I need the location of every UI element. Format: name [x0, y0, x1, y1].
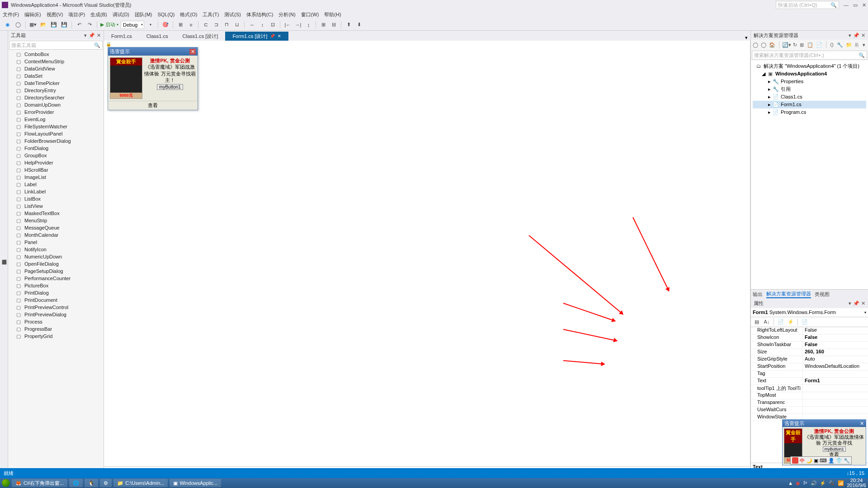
- toolbox-item[interactable]: ▢Panel: [8, 239, 104, 246]
- menu-item[interactable]: 文件(F): [3, 11, 19, 18]
- menu-item[interactable]: 编辑(E): [24, 11, 41, 18]
- toolbox-item[interactable]: ▢DateTimePicker: [8, 80, 104, 87]
- form-designer[interactable]: 迅雷提示✕ 賞金殺手5000元 激情PK, 赏金公测 《迅雷魔域》军团战激情体验…: [108, 47, 198, 110]
- alpha-icon[interactable]: A↓: [763, 318, 771, 326]
- menu-item[interactable]: 团队(M): [135, 11, 152, 18]
- taskbar-button[interactable]: ⚙: [100, 479, 112, 487]
- toolbox-item[interactable]: ▢Label: [8, 181, 104, 188]
- toolbox-item[interactable]: ▢ComboBox: [8, 51, 104, 58]
- toolbox-item[interactable]: ▢MaskedTextBox: [8, 210, 104, 217]
- tree-node[interactable]: ▸📄Form1.cs: [753, 101, 866, 108]
- toolbox-item[interactable]: ▢ProgressBar: [8, 325, 104, 333]
- form-close-icon[interactable]: ✕: [189, 49, 196, 55]
- pin-icon[interactable]: 📌: [853, 33, 859, 38]
- maximize-icon[interactable]: ▭: [853, 2, 858, 8]
- start-button[interactable]: [2, 479, 10, 487]
- toolbox-item[interactable]: ▢MenuStrip: [8, 217, 104, 224]
- categorized-icon[interactable]: ▤: [753, 318, 761, 326]
- view-link[interactable]: 查看: [148, 103, 158, 108]
- close-icon[interactable]: ✕: [97, 33, 101, 38]
- menu-item[interactable]: 调试(D): [113, 11, 129, 18]
- toolbox-item[interactable]: ▢PictureBox: [8, 282, 104, 289]
- document-tab[interactable]: Form1.cs: [104, 32, 139, 41]
- taskbar-button[interactable]: 🌐: [69, 479, 83, 487]
- config-combo[interactable]: Debug: [121, 21, 144, 29]
- document-tab[interactable]: Class1.cs: [139, 32, 175, 41]
- taskbar-button[interactable]: ▣WindowsApplic...: [170, 479, 221, 487]
- sln-search[interactable]: 搜索解决方案资源管理器(Ctrl+;)🔍: [752, 51, 867, 60]
- taskbar-button[interactable]: 🦊C#右下角弹出窗...: [12, 479, 67, 487]
- popup-close-icon[interactable]: ✕: [860, 421, 864, 427]
- save-icon[interactable]: 💾: [50, 21, 58, 29]
- toolbox-item[interactable]: ▢MessageQueue: [8, 224, 104, 231]
- toolbox-item[interactable]: ▢MonthCalendar: [8, 231, 104, 239]
- menu-item[interactable]: 体系结构(C): [246, 11, 273, 18]
- property-row[interactable]: TextForm1: [751, 378, 868, 385]
- toolbox-item[interactable]: ▢FolderBrowserDialog: [8, 137, 104, 145]
- tree-node[interactable]: ▸🔧Properties: [753, 78, 866, 85]
- events-icon[interactable]: ⚡: [787, 318, 795, 326]
- menu-item[interactable]: 视图(V): [47, 11, 63, 18]
- toolbox-search[interactable]: 搜索工具箱🔍: [9, 41, 103, 50]
- start-button[interactable]: ▶启动▾: [100, 21, 118, 28]
- popup-button[interactable]: myButton1: [823, 446, 846, 452]
- toolbox-item[interactable]: ▢PrintDocument: [8, 296, 104, 304]
- quick-launch-input[interactable]: 快速启动 (Ctrl+Q)🔍: [776, 1, 839, 9]
- menu-item[interactable]: SQL(Q): [158, 12, 175, 17]
- toolbox-item[interactable]: ▢ListBox: [8, 195, 104, 202]
- redo-icon[interactable]: ↷: [85, 21, 94, 29]
- toolbox-item[interactable]: ▢Process: [8, 318, 104, 325]
- close-icon[interactable]: ✕: [861, 300, 865, 306]
- property-row[interactable]: StartPositionWindowsDefaultLocation: [751, 363, 868, 371]
- menu-item[interactable]: 分析(N): [278, 11, 295, 18]
- design-surface[interactable]: 🔒 迅雷提示✕ 賞金殺手5000元 激情PK, 赏金公测 《迅雷魔域》军团战激情…: [104, 41, 750, 466]
- pin-icon[interactable]: 📌: [89, 33, 95, 38]
- document-tab[interactable]: Form1.cs [设计]📌✕: [225, 32, 288, 41]
- grid-icon[interactable]: ⊞: [176, 21, 184, 29]
- tree-node[interactable]: ▸📄Program.cs: [753, 108, 866, 116]
- property-row[interactable]: SizeGripStyleAuto: [751, 356, 868, 363]
- property-row[interactable]: Tag: [751, 371, 868, 378]
- menu-item[interactable]: 工具(T): [203, 11, 219, 18]
- nav-back-icon[interactable]: ◉: [4, 21, 12, 29]
- toolbox-item[interactable]: ▢PerformanceCounter: [8, 275, 104, 282]
- toolbox-item[interactable]: ▢HelpProvider: [8, 159, 104, 166]
- fwd-icon[interactable]: ◯: [761, 41, 766, 48]
- toolbox-item[interactable]: ▢FontDialog: [8, 145, 104, 152]
- toolbox-item[interactable]: ▢HScrollBar: [8, 166, 104, 174]
- minimize-icon[interactable]: —: [844, 2, 849, 8]
- property-row[interactable]: RightToLeftLayoutFalse: [751, 327, 868, 334]
- toolbox-item[interactable]: ▢ContextMenuStrip: [8, 58, 104, 65]
- toolbox-item[interactable]: ▢FileSystemWatcher: [8, 123, 104, 130]
- toolbox-item[interactable]: ▢PrintPreviewControl: [8, 304, 104, 311]
- tray-expand-icon[interactable]: ▲: [788, 480, 793, 486]
- pin-icon[interactable]: 📌: [853, 300, 859, 306]
- property-row[interactable]: TopMost: [751, 392, 868, 399]
- home-icon[interactable]: 🏠: [769, 41, 775, 48]
- mybutton1[interactable]: myButton1: [157, 84, 183, 90]
- toolbox-item[interactable]: ▢EventLog: [8, 116, 104, 123]
- panel-tab[interactable]: 输出: [753, 291, 763, 298]
- tree-node[interactable]: ▸🔧引用: [753, 85, 866, 93]
- toolbox-item[interactable]: ▢PrintPreviewDialog: [8, 311, 104, 318]
- close-icon[interactable]: ✕: [862, 2, 866, 8]
- ime-toolbar[interactable]: 中 🌙▣⌨👤👕🔧: [790, 456, 852, 465]
- menu-item[interactable]: 帮助(H): [324, 11, 341, 18]
- property-row[interactable]: Transparenc: [751, 399, 868, 407]
- document-tab[interactable]: Class1.cs [设计]: [175, 32, 226, 41]
- property-row[interactable]: toolTip1 上的 ToolTi: [751, 385, 868, 392]
- server-explorer-tab[interactable]: 服务器资源管理器: [0, 31, 8, 478]
- property-row[interactable]: UseWaitCurs: [751, 407, 868, 414]
- toolbox-item[interactable]: ▢DomainUpDown: [8, 101, 104, 108]
- save-all-icon[interactable]: 💾: [60, 21, 68, 29]
- toolbox-item[interactable]: ▢OpenFileDialog: [8, 260, 104, 267]
- tree-node[interactable]: ▸📄Class1.cs: [753, 93, 866, 101]
- toolbox-item[interactable]: ▢PageSetupDialog: [8, 267, 104, 275]
- taskbar[interactable]: 🦊C#右下角弹出窗...🌐🐧⚙📁C:\Users\Admin...▣Window…: [0, 478, 868, 488]
- toolbox-item[interactable]: ▢PrintDialog: [8, 289, 104, 296]
- toolbox-item[interactable]: ▢ImageList: [8, 174, 104, 181]
- taskbar-button[interactable]: 🐧: [85, 479, 98, 487]
- property-row[interactable]: ShowIconFalse: [751, 334, 868, 342]
- panel-tab[interactable]: 解决方案资源管理器: [766, 291, 811, 298]
- back-icon[interactable]: ◯: [753, 41, 758, 48]
